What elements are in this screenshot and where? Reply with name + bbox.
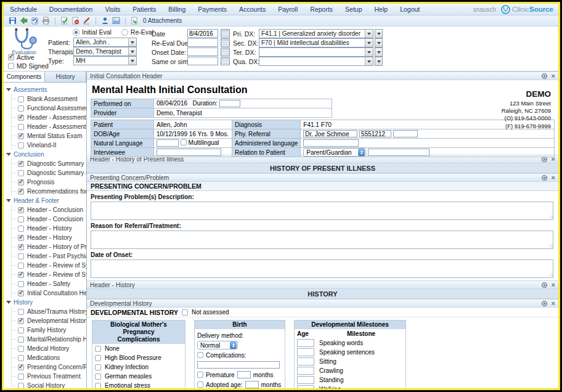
checkbox[interactable] — [18, 170, 24, 176]
checkbox[interactable] — [18, 290, 24, 296]
age-input[interactable] — [297, 357, 314, 365]
checkbox[interactable] — [18, 244, 24, 250]
referral-phone-input[interactable] — [359, 130, 391, 137]
collapse-icon[interactable] — [6, 153, 11, 156]
pri-dx-lookup-button[interactable] — [375, 29, 383, 38]
interviewee-input[interactable] — [157, 149, 221, 156]
relation-extra-input[interactable] — [368, 149, 430, 156]
checkbox[interactable] — [18, 142, 24, 149]
adopted-months-input[interactable] — [245, 381, 259, 388]
back-icon[interactable] — [20, 17, 28, 25]
patient-icon[interactable] — [101, 17, 109, 25]
print-icon[interactable] — [42, 17, 50, 25]
checkbox[interactable] — [18, 309, 24, 315]
tree-item[interactable]: Header - Assessments — [12, 113, 86, 122]
attachments-count[interactable]: 0 Attachments — [143, 17, 182, 24]
initial-eval-radio[interactable] — [73, 29, 79, 36]
multilingual-checkbox[interactable] — [181, 139, 187, 145]
checkbox[interactable] — [18, 226, 24, 232]
ter-dx-select[interactable] — [259, 47, 373, 57]
tree-item[interactable]: Header - Safety — [12, 279, 86, 288]
complication-row[interactable]: Kidney Infection — [92, 362, 185, 372]
save-icon[interactable] — [9, 17, 17, 25]
therapist-select[interactable]: Demo, Therapist — [73, 47, 137, 56]
onset-date-input[interactable] — [187, 47, 218, 56]
tree-item[interactable]: Header - Conclusion — [12, 205, 86, 214]
close-icon[interactable] — [552, 300, 555, 307]
presenting-desc-textarea[interactable] — [91, 202, 553, 220]
report-icon[interactable] — [112, 17, 120, 25]
tree-item[interactable]: Prognosis — [12, 178, 86, 187]
tree-item[interactable]: Developmental History — [12, 316, 86, 325]
checkbox[interactable] — [18, 318, 24, 324]
tree-section-history[interactable]: History — [6, 298, 86, 307]
sec-dx-select[interactable]: F70 | Mild intellectual disabilities — [259, 38, 373, 47]
revert-icon[interactable] — [31, 17, 39, 25]
checkbox[interactable] — [18, 96, 24, 102]
calendar-icon[interactable] — [221, 57, 230, 65]
checkbox[interactable] — [18, 346, 24, 352]
checkbox[interactable] — [95, 346, 101, 352]
close-icon[interactable] — [552, 174, 555, 181]
checkbox[interactable] — [18, 179, 24, 186]
tree-item[interactable]: Functional Assessment — [12, 104, 86, 113]
tree-item[interactable]: Presenting Concern/Problem — [12, 362, 86, 372]
tree-section-header-footer[interactable]: Header & Footer — [6, 196, 86, 205]
checkbox[interactable] — [18, 281, 24, 287]
gear-icon[interactable] — [541, 300, 548, 307]
menu-visits[interactable]: Visits — [99, 6, 126, 13]
checkbox[interactable] — [18, 355, 24, 361]
tree-item[interactable]: Marital/Relationship History — [12, 335, 86, 344]
complication-row[interactable]: None — [92, 344, 185, 353]
complication-row[interactable]: German measles — [92, 372, 185, 381]
duration-input[interactable] — [219, 100, 240, 107]
tree-item[interactable]: Diagnostic Summary — [12, 159, 86, 168]
checkbox[interactable] — [18, 383, 24, 389]
referral-extra-input[interactable] — [393, 130, 418, 137]
document-check-icon[interactable] — [60, 17, 68, 25]
tree-item[interactable]: Medications — [12, 353, 86, 362]
tree-section-assessments[interactable]: Assesments — [6, 85, 86, 94]
tree-item[interactable]: Initial Consultation Header — [12, 288, 86, 298]
document-remove-icon[interactable] — [71, 17, 79, 25]
sec-dx-lookup-button[interactable] — [375, 38, 383, 47]
tab-history[interactable]: History — [45, 71, 86, 82]
re-eval-due-input[interactable] — [187, 38, 218, 47]
tree-item[interactable]: Social History — [12, 381, 86, 388]
age-input[interactable] — [297, 348, 314, 356]
tree-item[interactable]: Header - Review of Symptoms — [12, 261, 86, 270]
menu-setup[interactable]: Setup — [339, 6, 368, 13]
tree-item[interactable]: Header - Past Psychiatric History — [12, 251, 86, 261]
qua-dx-select[interactable] — [259, 57, 373, 66]
pri-dx-select[interactable]: F41.1 | Generalized anxiety disorder — [259, 29, 373, 38]
administered-language-input[interactable] — [303, 139, 359, 147]
checkbox[interactable] — [18, 161, 24, 167]
checkbox[interactable] — [18, 235, 24, 241]
checkbox[interactable] — [18, 133, 24, 139]
tree-section-conclusion[interactable]: Conclusion — [6, 150, 86, 159]
collapse-icon[interactable] — [6, 301, 11, 304]
same-or-similar-input[interactable] — [187, 57, 218, 65]
attachment-icon[interactable] — [131, 17, 139, 25]
checkbox[interactable] — [18, 105, 24, 112]
tree-item[interactable]: Previous Treatment — [12, 372, 86, 381]
menu-help[interactable]: Help — [369, 6, 394, 13]
collapse-icon[interactable] — [6, 199, 11, 202]
type-select[interactable]: MH — [73, 56, 137, 65]
age-input[interactable] — [297, 376, 314, 384]
menu-reports[interactable]: Reports — [304, 6, 339, 13]
complication-row[interactable]: Emotional stress — [92, 381, 185, 388]
premature-months-input[interactable] — [237, 371, 251, 378]
checkbox[interactable] — [18, 124, 24, 130]
tree-item[interactable]: Header - Assessments — [12, 122, 86, 131]
active-checkbox[interactable] — [8, 54, 14, 60]
ter-dx-lookup-button[interactable] — [375, 47, 383, 57]
premature-checkbox[interactable] — [197, 372, 203, 378]
checkbox[interactable] — [18, 115, 24, 121]
menu-payroll[interactable]: Payroll — [272, 6, 304, 13]
checkbox[interactable] — [18, 337, 24, 343]
tab-components[interactable]: Components — [4, 71, 45, 82]
delivery-method-select[interactable]: Normal — [197, 341, 238, 349]
qua-dx-lookup-button[interactable] — [375, 57, 383, 66]
age-input[interactable] — [297, 385, 314, 388]
